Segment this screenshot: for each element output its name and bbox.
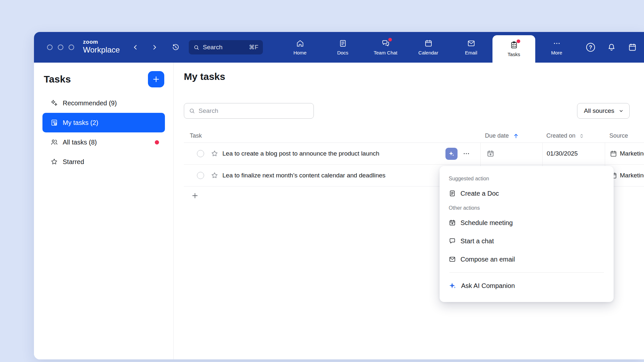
search-shortcut: ⌘F — [249, 44, 258, 51]
plus-icon — [191, 192, 199, 200]
menu-item-compose-email[interactable]: Compose an email — [449, 250, 604, 268]
topbar-right-controls: ? — [586, 43, 637, 52]
people-icon — [50, 138, 58, 146]
menu-section-header: Other actions — [449, 203, 604, 214]
row-more-actions-button[interactable] — [461, 148, 472, 159]
global-search-placeholder: Search — [203, 44, 246, 51]
source-name[interactable]: Marketing — [620, 150, 644, 157]
calendar-icon — [424, 39, 433, 48]
ellipsis-icon — [462, 150, 470, 158]
nav-calendar[interactable]: Calendar — [407, 32, 450, 63]
sidebar-item-label: Starred — [63, 158, 84, 166]
menu-item-label: Start a chat — [460, 237, 494, 245]
task-cell: Lea to create a blog post to announce th… — [184, 143, 480, 164]
calendar-panel-icon — [628, 43, 637, 52]
sidebar-header: Tasks — [34, 63, 173, 93]
nav-label: Home — [293, 50, 306, 55]
menu-item-ask-ai-companion[interactable]: Ask AI Companion — [449, 277, 604, 295]
task-search-input[interactable] — [199, 107, 309, 114]
sources-filter-dropdown[interactable]: All sources — [577, 103, 630, 119]
source-cell: Marketing — [605, 143, 644, 164]
task-list-icon — [50, 119, 58, 127]
sidebar-item-label: Recommended (9) — [63, 99, 117, 107]
menu-item-label: Create a Doc — [460, 190, 499, 197]
star-icon — [211, 172, 218, 179]
history-icon — [172, 43, 180, 51]
window-control-dot[interactable] — [58, 45, 63, 50]
search-icon — [193, 44, 200, 51]
top-navigation: Home Docs Team Chat Calendar — [279, 32, 578, 63]
task-title[interactable]: Lea to create a blog post to announce th… — [222, 150, 445, 157]
mini-calendar-button[interactable] — [628, 43, 637, 52]
ai-companion-actions-button[interactable] — [445, 148, 458, 160]
sidebar-title: Tasks — [44, 74, 71, 85]
menu-item-start-chat[interactable]: Start a chat — [449, 232, 604, 250]
menu-item-schedule-meeting[interactable]: Schedule meeting — [449, 214, 604, 232]
menu-divider — [449, 272, 604, 273]
sidebar-list: Recommended (9) My tasks (2) All tasks (… — [34, 93, 173, 172]
nav-team-chat[interactable]: Team Chat — [364, 32, 407, 63]
tasks-sidebar: Tasks Recommended (9) My tasks (2) All t… — [34, 63, 174, 359]
star-task-button[interactable] — [211, 150, 218, 158]
sidebar-item-label: My tasks (2) — [63, 119, 98, 127]
sidebar-item-recommended[interactable]: Recommended (9) — [42, 93, 165, 113]
window-control-dot[interactable] — [47, 45, 53, 50]
menu-item-label: Compose an email — [460, 256, 515, 263]
calendar-plus-icon — [487, 150, 494, 158]
global-search[interactable]: Search ⌘F — [189, 40, 263, 54]
task-action-menu: Suggested action Create a Doc Other acti… — [440, 166, 614, 302]
column-header-source[interactable]: Source — [605, 132, 644, 139]
due-date-cell — [480, 143, 542, 164]
task-complete-checkbox[interactable] — [197, 150, 204, 157]
column-header-task[interactable]: Task — [184, 132, 480, 139]
doc-icon — [449, 190, 456, 197]
history-button[interactable] — [172, 43, 180, 51]
chevron-down-icon — [618, 108, 624, 114]
menu-item-label: Ask AI Companion — [461, 282, 515, 290]
nav-label: Team Chat — [374, 50, 397, 55]
notifications-button[interactable] — [607, 43, 616, 52]
ai-companion-icon — [448, 150, 455, 157]
add-task-button[interactable] — [148, 71, 164, 87]
created-on-cell: 01/30/2025 — [542, 143, 605, 164]
sort-ascending-icon[interactable] — [513, 133, 519, 139]
nav-tasks[interactable]: Tasks — [492, 35, 535, 63]
column-header-due-date[interactable]: Due date — [480, 132, 542, 139]
chat-bubble-icon — [449, 237, 456, 245]
menu-item-create-doc[interactable]: Create a Doc — [449, 184, 604, 203]
sidebar-item-all-tasks[interactable]: All tasks (8) — [42, 132, 165, 152]
docs-icon — [339, 39, 347, 48]
nav-email[interactable]: Email — [450, 32, 492, 63]
brand: zoom Workplace — [83, 39, 120, 54]
window-control-dot[interactable] — [69, 45, 74, 50]
nav-label: More — [551, 50, 562, 55]
forward-button[interactable] — [151, 44, 158, 51]
plus-icon — [152, 75, 160, 83]
sources-filter-label: All sources — [584, 107, 614, 114]
source-name[interactable]: Marketing — [620, 172, 644, 179]
tasks-notification-dot — [517, 39, 520, 43]
sort-toggle-icon[interactable] — [579, 133, 585, 139]
task-complete-checkbox[interactable] — [197, 172, 204, 179]
back-button[interactable] — [132, 44, 139, 51]
team-chat-notification-dot — [388, 38, 392, 41]
nav-docs[interactable]: Docs — [321, 32, 364, 63]
email-icon — [449, 256, 456, 263]
chevron-right-icon — [151, 44, 158, 51]
star-task-button[interactable] — [211, 172, 218, 179]
sparkles-icon — [50, 99, 58, 107]
calendar-plus-icon — [449, 219, 456, 226]
nav-more[interactable]: More — [535, 32, 578, 63]
source-calendar-icon — [610, 150, 617, 158]
sidebar-item-starred[interactable]: Starred — [42, 152, 165, 172]
set-due-date-button[interactable] — [487, 150, 494, 158]
nav-label: Tasks — [507, 52, 520, 57]
add-task-inline-button[interactable] — [191, 192, 199, 200]
bell-icon — [607, 43, 616, 52]
sidebar-item-my-tasks[interactable]: My tasks (2) — [42, 113, 165, 132]
task-search — [184, 103, 314, 119]
column-header-created-on[interactable]: Created on — [542, 132, 605, 139]
nav-home[interactable]: Home — [279, 32, 321, 63]
help-button[interactable]: ? — [586, 43, 595, 52]
task-title[interactable]: Lea to finalize next month’s content cal… — [222, 172, 472, 179]
